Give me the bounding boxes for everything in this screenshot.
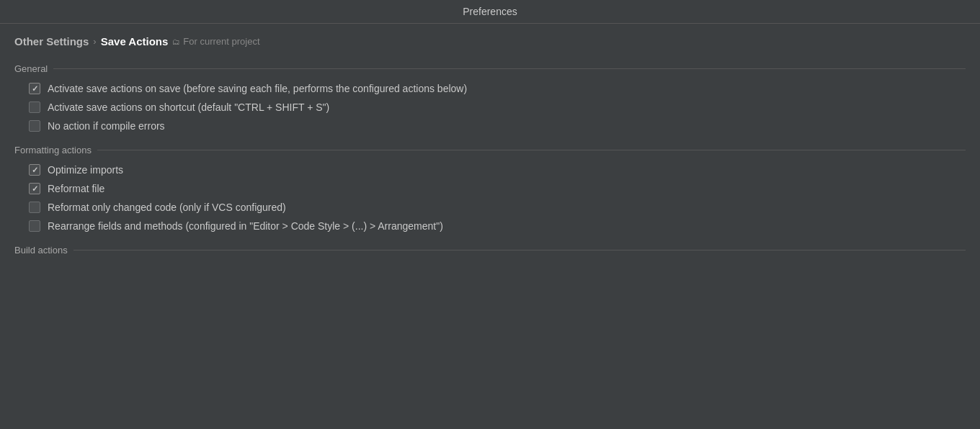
checkbox-rearrange-fields[interactable]	[29, 220, 40, 232]
sections-container: GeneralActivate save actions on save (be…	[14, 63, 966, 256]
checkbox-reformat-file[interactable]	[29, 183, 40, 194]
checkbox-item-reformat-file[interactable]: Reformat file	[29, 183, 966, 194]
checkbox-reformat-changed[interactable]	[29, 202, 40, 213]
checkbox-item-activate-on-save[interactable]: Activate save actions on save (before sa…	[29, 83, 966, 94]
checkbox-item-rearrange-fields[interactable]: Rearrange fields and methods (configured…	[29, 220, 966, 232]
section-formatting-actions: Formatting actionsOptimize importsReform…	[14, 145, 966, 232]
section-items-general: Activate save actions on save (before sa…	[14, 83, 966, 132]
checkbox-label-rearrange-fields: Rearrange fields and methods (configured…	[48, 220, 443, 232]
checkbox-item-reformat-changed[interactable]: Reformat only changed code (only if VCS …	[29, 202, 966, 213]
checkbox-label-activate-on-shortcut: Activate save actions on shortcut (defau…	[48, 101, 329, 113]
checkbox-label-optimize-imports: Optimize imports	[48, 164, 123, 176]
checkbox-label-reformat-file: Reformat file	[48, 183, 104, 194]
checkbox-item-no-action-compile-errors[interactable]: No action if compile errors	[29, 120, 966, 132]
for-current-project-label: For current project	[183, 36, 259, 47]
content: Other Settings › Save Actions 🗂 For curr…	[0, 24, 980, 280]
checkbox-label-no-action-compile-errors: No action if compile errors	[48, 120, 165, 132]
checkbox-no-action-compile-errors[interactable]	[29, 120, 40, 132]
breadcrumb-other-settings[interactable]: Other Settings	[14, 35, 89, 48]
checkbox-optimize-imports[interactable]	[29, 164, 40, 176]
section-header-build-actions: Build actions	[14, 245, 966, 256]
section-items-formatting-actions: Optimize importsReformat fileReformat on…	[14, 164, 966, 232]
checkbox-item-optimize-imports[interactable]: Optimize imports	[29, 164, 966, 176]
checkbox-label-activate-on-save: Activate save actions on save (before sa…	[48, 83, 467, 94]
breadcrumb-separator: ›	[93, 36, 96, 47]
checkbox-label-reformat-changed: Reformat only changed code (only if VCS …	[48, 202, 286, 213]
checkbox-activate-on-save[interactable]	[29, 83, 40, 94]
section-general: GeneralActivate save actions on save (be…	[14, 63, 966, 132]
section-header-formatting-actions: Formatting actions	[14, 145, 966, 155]
section-build-actions: Build actions	[14, 245, 966, 256]
breadcrumb: Other Settings › Save Actions 🗂 For curr…	[14, 35, 966, 48]
section-header-general: General	[14, 63, 966, 74]
breadcrumb-save-actions: Save Actions	[101, 35, 169, 48]
breadcrumb-for-project[interactable]: 🗂 For current project	[172, 36, 259, 47]
checkbox-activate-on-shortcut[interactable]	[29, 101, 40, 113]
title-bar: Preferences	[0, 0, 980, 24]
checkbox-item-activate-on-shortcut[interactable]: Activate save actions on shortcut (defau…	[29, 101, 966, 113]
project-icon: 🗂	[172, 37, 180, 46]
preferences-title: Preferences	[463, 6, 517, 17]
